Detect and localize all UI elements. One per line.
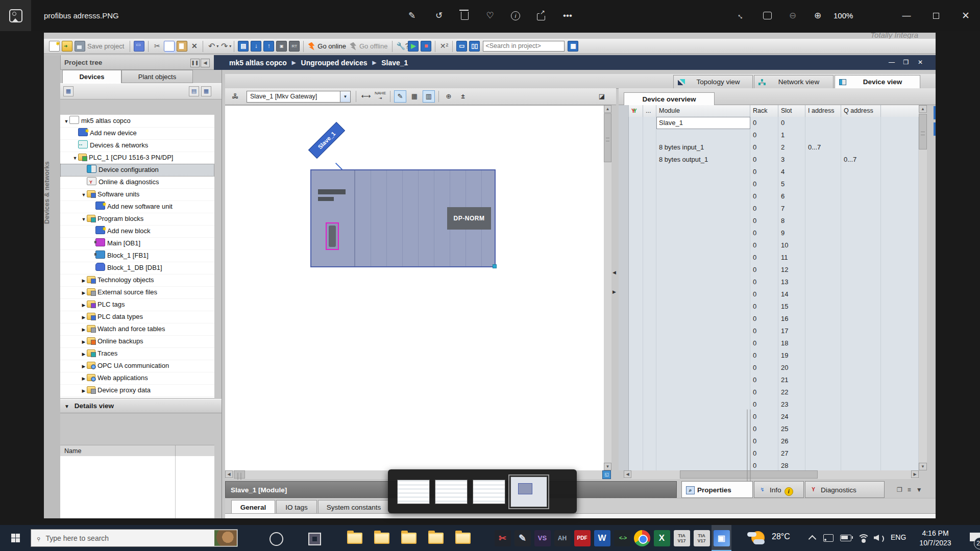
overview-row-slot-27[interactable]: 027 (619, 447, 919, 460)
expand-icon[interactable]: ▼ (81, 189, 87, 201)
cell-slot[interactable]: 9 (778, 227, 805, 239)
expand-icon[interactable]: ▶ (81, 348, 87, 360)
go-online-icon[interactable] (307, 42, 314, 51)
col-q-address[interactable]: Q address (841, 105, 881, 117)
cell-dots[interactable] (643, 117, 656, 129)
more-options-icon[interactable]: ••• (556, 0, 579, 31)
tree-item-block-1-db-db1-[interactable]: Block_1_DB [DB1] (60, 262, 214, 274)
cell-i[interactable] (805, 227, 841, 239)
cell-i[interactable] (805, 178, 841, 190)
filmstrip-thumbnail-3[interactable] (473, 480, 505, 504)
tree-item-mk5-altlas-copco[interactable]: ▼mk5 altlas copco (60, 115, 214, 128)
start-button[interactable] (0, 525, 31, 551)
delete-icon[interactable] (453, 0, 476, 31)
tree-item-watch-and-force-tables[interactable]: ▶Watch and force tables (60, 323, 214, 336)
overview-row-slot-22[interactable]: 022 (619, 386, 919, 399)
cell-yy[interactable] (629, 203, 643, 215)
cell-dots[interactable] (643, 411, 656, 423)
overview-horizontal-scrollbar[interactable]: ◀ ▶ (624, 470, 919, 479)
go-online-label[interactable]: Go online (317, 42, 346, 50)
cell-q[interactable] (841, 203, 881, 215)
cell-yy[interactable] (629, 398, 643, 411)
cell-fill[interactable] (881, 215, 919, 227)
cell-dots[interactable] (643, 313, 656, 325)
tray-expand-icon[interactable] (808, 535, 817, 543)
cell-i[interactable] (805, 374, 841, 386)
cell-slot[interactable]: 14 (778, 288, 805, 300)
cell-fill[interactable] (881, 288, 919, 300)
overview-row-slot-4[interactable]: 04 (619, 166, 919, 179)
cell-q[interactable] (841, 423, 881, 435)
wifi-icon[interactable] (857, 534, 868, 542)
cell-rack[interactable]: 0 (750, 276, 778, 288)
cell-rack[interactable]: 0 (750, 423, 778, 435)
cell-q[interactable]: 0...7 (841, 154, 881, 166)
cell-dots[interactable] (643, 276, 656, 288)
cell-q[interactable] (841, 411, 881, 423)
cell-yy[interactable] (629, 313, 643, 325)
page-navigator-icon[interactable]: ◪ (596, 90, 608, 103)
overview-row-slot-5[interactable]: 05 (619, 178, 919, 191)
cell-q[interactable] (841, 239, 881, 252)
cell-slot[interactable]: 17 (778, 325, 805, 337)
new-project-icon[interactable] (49, 41, 60, 52)
cell-q[interactable] (841, 398, 881, 411)
cell-i[interactable] (805, 447, 841, 460)
cell-q[interactable] (841, 460, 881, 470)
col-slot[interactable]: Slot (778, 105, 805, 117)
overview-row-slot-25[interactable]: 025 (619, 423, 919, 436)
col-module[interactable]: Module (656, 105, 750, 117)
cell-rack[interactable]: 0 (750, 447, 778, 460)
cell-slot[interactable]: 22 (778, 386, 805, 398)
cell-rack[interactable]: 0 (750, 313, 778, 325)
cell-rack[interactable]: 0 (750, 154, 778, 166)
cell-fill[interactable] (881, 117, 919, 129)
zoom-level[interactable]: 100% (834, 0, 853, 31)
cell-i[interactable] (805, 252, 841, 264)
cell-yy[interactable] (629, 215, 643, 227)
rotate-icon[interactable]: ↺ (428, 0, 450, 31)
tree-item-add-new-block[interactable]: Add new block (60, 225, 214, 238)
cell-fill[interactable] (881, 178, 919, 190)
fit-view-icon[interactable]: ◱ (602, 470, 611, 479)
expand-icon[interactable]: ▶ (81, 336, 87, 348)
print-icon[interactable] (134, 41, 144, 52)
cell-rack[interactable]: 0 (750, 435, 778, 447)
tia-close-icon[interactable]: ✕ (914, 55, 926, 70)
cell-slot[interactable]: 10 (778, 239, 805, 252)
split-horizontal-icon[interactable]: ▭ (456, 41, 467, 52)
cell-slot[interactable]: 26 (778, 435, 805, 447)
cell-i[interactable] (805, 337, 841, 349)
tab-topology-view[interactable]: Topology view (673, 75, 753, 88)
cell-slot[interactable]: 20 (778, 362, 805, 374)
overview-row-slot-2[interactable]: 8 bytes input_1020...7 (619, 141, 919, 154)
start-cpu-icon[interactable]: ▣ (276, 41, 287, 52)
cell-fill[interactable] (881, 227, 919, 239)
cell-dots[interactable] (643, 178, 656, 190)
overview-row-slot-21[interactable]: 021 (619, 374, 919, 387)
overview-vertical-scrollbar[interactable]: ▲ ▼ (919, 105, 927, 470)
cell-q[interactable] (841, 362, 881, 374)
expand-icon[interactable]: ▶ (81, 372, 87, 385)
taskbar-app-photos[interactable] (712, 525, 731, 551)
cell-module[interactable] (656, 203, 750, 215)
cell-q[interactable] (841, 300, 881, 313)
overview-row-slot-8[interactable]: 08 (619, 215, 919, 228)
tree-item-plc-tags[interactable]: ▶PLC tags (60, 298, 214, 311)
details-view-header[interactable]: ▼ Details view (60, 399, 222, 413)
battery-icon[interactable] (840, 535, 851, 541)
float-panel-icon[interactable]: ❐ (897, 486, 902, 493)
tia-restore-icon[interactable]: ❐ (900, 55, 912, 70)
cell-module[interactable] (656, 435, 750, 447)
cell-dots[interactable] (643, 398, 656, 411)
cell-dots[interactable] (643, 374, 656, 386)
cell-fill[interactable] (881, 435, 919, 447)
cell-yy[interactable] (629, 129, 643, 141)
cell-q[interactable] (841, 227, 881, 239)
share-icon[interactable] (530, 0, 552, 31)
tree-item-device-configuration[interactable]: Device configuration (60, 164, 214, 177)
cell-yy[interactable] (629, 300, 643, 313)
cell-module[interactable] (656, 264, 750, 276)
overview-row-slot-23[interactable]: 023 (619, 398, 919, 411)
tree-item-traces[interactable]: ▶Traces (60, 347, 214, 360)
